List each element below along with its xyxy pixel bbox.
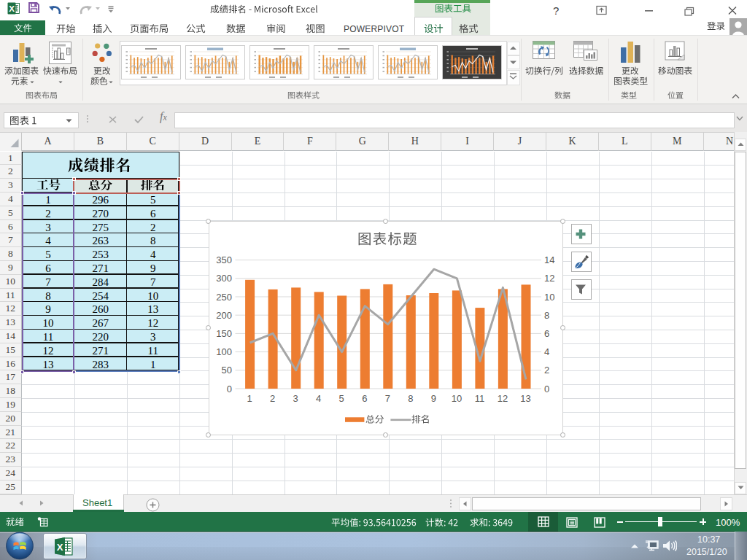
svg-text:X: X [57, 542, 63, 553]
svg-text:?: ? [553, 4, 559, 17]
svg-text:X: X [9, 4, 15, 13]
